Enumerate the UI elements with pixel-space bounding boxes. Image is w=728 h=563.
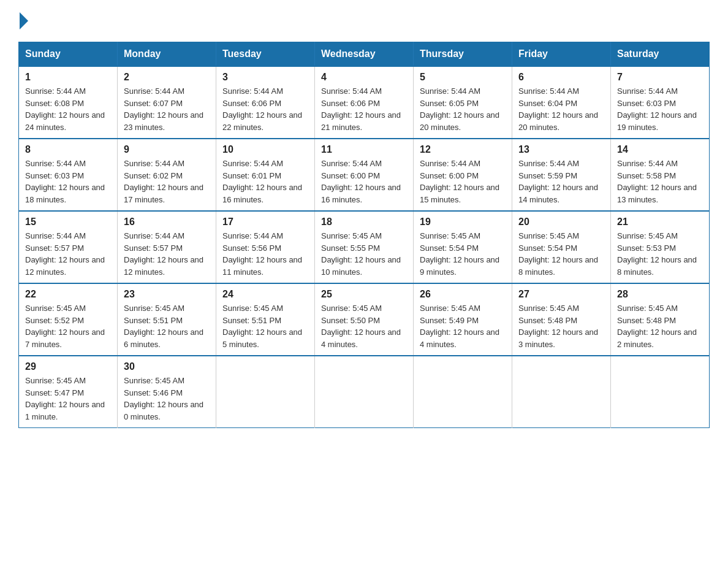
day-info: Sunrise: 5:45 AM Sunset: 5:52 PM Dayligh… — [25, 302, 111, 350]
weekday-header-sunday: Sunday — [19, 42, 118, 67]
calendar-cell: 15 Sunrise: 5:44 AM Sunset: 5:57 PM Dayl… — [19, 211, 118, 283]
day-info: Sunrise: 5:45 AM Sunset: 5:48 PM Dayligh… — [518, 302, 604, 350]
calendar-cell: 3 Sunrise: 5:44 AM Sunset: 6:06 PM Dayli… — [216, 66, 315, 139]
calendar-week-3: 15 Sunrise: 5:44 AM Sunset: 5:57 PM Dayl… — [19, 211, 710, 283]
day-number: 17 — [222, 216, 308, 228]
day-number: 30 — [124, 361, 210, 372]
day-info: Sunrise: 5:44 AM Sunset: 6:00 PM Dayligh… — [420, 158, 506, 205]
day-number: 13 — [518, 144, 604, 155]
calendar-cell — [414, 356, 512, 428]
day-info: Sunrise: 5:44 AM Sunset: 6:03 PM Dayligh… — [617, 85, 703, 133]
day-number: 1 — [25, 72, 111, 83]
calendar-cell: 16 Sunrise: 5:44 AM Sunset: 5:57 PM Dayl… — [118, 211, 216, 283]
calendar-week-5: 29 Sunrise: 5:45 AM Sunset: 5:47 PM Dayl… — [19, 356, 710, 428]
day-number: 19 — [420, 216, 506, 228]
day-info: Sunrise: 5:45 AM Sunset: 5:51 PM Dayligh… — [124, 302, 210, 350]
day-info: Sunrise: 5:44 AM Sunset: 5:56 PM Dayligh… — [222, 230, 308, 278]
calendar-cell — [216, 356, 315, 428]
calendar-cell: 12 Sunrise: 5:44 AM Sunset: 6:00 PM Dayl… — [414, 139, 512, 211]
day-info: Sunrise: 5:44 AM Sunset: 5:57 PM Dayligh… — [25, 230, 111, 278]
calendar-cell: 11 Sunrise: 5:44 AM Sunset: 6:00 PM Dayl… — [315, 139, 414, 211]
calendar-cell: 19 Sunrise: 5:45 AM Sunset: 5:54 PM Dayl… — [414, 211, 512, 283]
calendar-cell: 5 Sunrise: 5:44 AM Sunset: 6:05 PM Dayli… — [414, 66, 512, 139]
calendar-cell: 23 Sunrise: 5:45 AM Sunset: 5:51 PM Dayl… — [118, 283, 216, 356]
day-number: 23 — [124, 289, 210, 300]
calendar-cell: 8 Sunrise: 5:44 AM Sunset: 6:03 PM Dayli… — [19, 139, 118, 211]
day-info: Sunrise: 5:44 AM Sunset: 6:06 PM Dayligh… — [222, 85, 308, 133]
day-number: 20 — [518, 216, 604, 228]
calendar-cell: 4 Sunrise: 5:44 AM Sunset: 6:06 PM Dayli… — [315, 66, 414, 139]
day-number: 28 — [617, 289, 703, 300]
day-number: 3 — [222, 72, 308, 83]
day-info: Sunrise: 5:45 AM Sunset: 5:49 PM Dayligh… — [420, 302, 506, 350]
calendar-cell: 28 Sunrise: 5:45 AM Sunset: 5:48 PM Dayl… — [611, 283, 710, 356]
day-info: Sunrise: 5:44 AM Sunset: 6:06 PM Dayligh… — [321, 85, 407, 133]
calendar-cell: 14 Sunrise: 5:44 AM Sunset: 5:58 PM Dayl… — [611, 139, 710, 211]
day-info: Sunrise: 5:45 AM Sunset: 5:54 PM Dayligh… — [420, 230, 506, 278]
calendar-cell: 7 Sunrise: 5:44 AM Sunset: 6:03 PM Dayli… — [611, 66, 710, 139]
day-info: Sunrise: 5:45 AM Sunset: 5:51 PM Dayligh… — [222, 302, 308, 350]
calendar-cell: 17 Sunrise: 5:44 AM Sunset: 5:56 PM Dayl… — [216, 211, 315, 283]
page-header — [18, 12, 710, 29]
calendar-week-2: 8 Sunrise: 5:44 AM Sunset: 6:03 PM Dayli… — [19, 139, 710, 211]
day-number: 27 — [518, 289, 604, 300]
calendar-cell — [315, 356, 414, 428]
day-number: 5 — [420, 72, 506, 83]
day-number: 15 — [25, 216, 111, 228]
day-info: Sunrise: 5:45 AM Sunset: 5:53 PM Dayligh… — [617, 230, 703, 278]
calendar-cell: 6 Sunrise: 5:44 AM Sunset: 6:04 PM Dayli… — [512, 66, 611, 139]
day-number: 2 — [124, 72, 210, 83]
calendar-body: 1 Sunrise: 5:44 AM Sunset: 6:08 PM Dayli… — [19, 66, 710, 428]
day-info: Sunrise: 5:45 AM Sunset: 5:55 PM Dayligh… — [321, 230, 407, 278]
weekday-header-tuesday: Tuesday — [216, 42, 315, 67]
day-number: 22 — [25, 289, 111, 300]
day-info: Sunrise: 5:44 AM Sunset: 6:04 PM Dayligh… — [518, 85, 604, 133]
day-number: 25 — [321, 289, 407, 300]
logo-arrow-icon — [20, 12, 28, 29]
calendar-cell: 13 Sunrise: 5:44 AM Sunset: 5:59 PM Dayl… — [512, 139, 611, 211]
day-number: 26 — [420, 289, 506, 300]
days-of-week-row: SundayMondayTuesdayWednesdayThursdayFrid… — [19, 42, 710, 67]
day-number: 12 — [420, 144, 506, 155]
day-number: 6 — [518, 72, 604, 83]
day-info: Sunrise: 5:44 AM Sunset: 6:08 PM Dayligh… — [25, 85, 111, 133]
day-info: Sunrise: 5:44 AM Sunset: 5:58 PM Dayligh… — [617, 158, 703, 205]
day-info: Sunrise: 5:44 AM Sunset: 6:03 PM Dayligh… — [25, 158, 111, 205]
day-info: Sunrise: 5:44 AM Sunset: 6:05 PM Dayligh… — [420, 85, 506, 133]
calendar-cell: 9 Sunrise: 5:44 AM Sunset: 6:02 PM Dayli… — [118, 139, 216, 211]
calendar-header: SundayMondayTuesdayWednesdayThursdayFrid… — [19, 42, 710, 67]
day-number: 4 — [321, 72, 407, 83]
day-number: 10 — [222, 144, 308, 155]
calendar-cell: 21 Sunrise: 5:45 AM Sunset: 5:53 PM Dayl… — [611, 211, 710, 283]
calendar-cell: 10 Sunrise: 5:44 AM Sunset: 6:01 PM Dayl… — [216, 139, 315, 211]
calendar-cell: 24 Sunrise: 5:45 AM Sunset: 5:51 PM Dayl… — [216, 283, 315, 356]
day-number: 21 — [617, 216, 703, 228]
calendar-cell: 22 Sunrise: 5:45 AM Sunset: 5:52 PM Dayl… — [19, 283, 118, 356]
calendar-cell: 2 Sunrise: 5:44 AM Sunset: 6:07 PM Dayli… — [118, 66, 216, 139]
weekday-header-saturday: Saturday — [611, 42, 710, 67]
day-number: 7 — [617, 72, 703, 83]
day-number: 18 — [321, 216, 407, 228]
calendar-cell: 1 Sunrise: 5:44 AM Sunset: 6:08 PM Dayli… — [19, 66, 118, 139]
calendar-cell: 27 Sunrise: 5:45 AM Sunset: 5:48 PM Dayl… — [512, 283, 611, 356]
calendar-cell: 20 Sunrise: 5:45 AM Sunset: 5:54 PM Dayl… — [512, 211, 611, 283]
day-info: Sunrise: 5:44 AM Sunset: 6:02 PM Dayligh… — [124, 158, 210, 205]
day-number: 9 — [124, 144, 210, 155]
calendar-cell: 18 Sunrise: 5:45 AM Sunset: 5:55 PM Dayl… — [315, 211, 414, 283]
weekday-header-wednesday: Wednesday — [315, 42, 414, 67]
day-info: Sunrise: 5:45 AM Sunset: 5:48 PM Dayligh… — [617, 302, 703, 350]
day-info: Sunrise: 5:44 AM Sunset: 6:01 PM Dayligh… — [222, 158, 308, 205]
day-info: Sunrise: 5:44 AM Sunset: 6:00 PM Dayligh… — [321, 158, 407, 205]
calendar-cell — [512, 356, 611, 428]
weekday-header-thursday: Thursday — [414, 42, 512, 67]
weekday-header-monday: Monday — [118, 42, 216, 67]
day-info: Sunrise: 5:44 AM Sunset: 5:57 PM Dayligh… — [124, 230, 210, 278]
weekday-header-friday: Friday — [512, 42, 611, 67]
calendar-cell: 26 Sunrise: 5:45 AM Sunset: 5:49 PM Dayl… — [414, 283, 512, 356]
day-number: 24 — [222, 289, 308, 300]
day-number: 16 — [124, 216, 210, 228]
day-number: 8 — [25, 144, 111, 155]
day-number: 11 — [321, 144, 407, 155]
calendar-table: SundayMondayTuesdayWednesdayThursdayFrid… — [18, 42, 710, 428]
day-info: Sunrise: 5:44 AM Sunset: 6:07 PM Dayligh… — [124, 85, 210, 133]
